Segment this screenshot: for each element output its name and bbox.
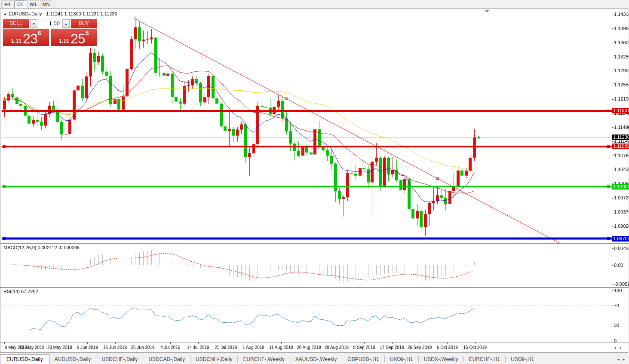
one-click-trading-panel: SELL ▾ 1.00 ▴ BUY 1.11 23 6 1.11 25 5 [3, 19, 97, 46]
date-axis-label: 14 Jul 2019 [183, 345, 214, 350]
timeframe-button-w1[interactable]: W1 [27, 0, 39, 8]
tabbar-scroll-right-icon[interactable]: ▸ [623, 357, 625, 361]
symbol-tabs: EURUSD-,DailyAUDUSD-,DailyUSDCHF-,DailyU… [0, 354, 539, 364]
timeframe-buttons: H4D1W1MN [1, 0, 52, 8]
price-line-badge: 1.11009 [612, 144, 629, 149]
y-axis-label: 1.14310 [614, 12, 629, 17]
y-axis-label: 1.12900 [614, 68, 629, 73]
timeframe-toolbar: H4D1W1MN [0, 0, 629, 9]
date-axis-label: 11 Aug 2019 [266, 345, 297, 350]
buy-price-box[interactable]: 1.11 25 5 [51, 29, 97, 46]
rsi-label: RSI(14) 67.2262 [3, 289, 38, 294]
timeframe-button-d1[interactable]: D1 [14, 0, 26, 8]
symbol-tab-eurusd-daily[interactable]: EURUSD-,Daily [0, 354, 49, 364]
y-axis-label: 1.12190 [614, 96, 629, 101]
current-price-badge: 1.11236 [612, 135, 629, 140]
date-axis-label: 6 Jun 2019 [72, 345, 103, 350]
date-axis-label: 17 Sep 2019 [377, 345, 408, 350]
sell-button-label: SELL [9, 20, 23, 27]
tabbar-nav: ◂ ▸ [617, 354, 629, 364]
date-axis-label: 23 Jul 2019 [210, 345, 241, 350]
toolbar-separator [55, 1, 55, 7]
date-axis-label: 28 May 2019 [44, 345, 75, 350]
y-axis-label: 1.10430 [614, 167, 629, 172]
timeframe-button-h4[interactable]: H4 [1, 0, 13, 8]
date-axis-label: 16 Jun 2019 [100, 345, 131, 350]
symbol-tab-eurchf-weekly[interactable]: EURCHF-,Weekly [238, 354, 289, 364]
symbol-tab-usoil-h1[interactable]: USOil-,H1 [506, 354, 539, 364]
volume-spinner: ▾ 1.00 ▴ [30, 19, 70, 28]
sell-price-box[interactable]: 1.11 23 6 [3, 29, 49, 46]
chart-canvas[interactable] [0, 0, 629, 364]
chart-ohlc-values: 1.11241 1.11300 1.11231 1.11236 [46, 11, 117, 16]
date-axis-label: 19 May 2019 [16, 345, 47, 350]
buy-price-big: 25 [71, 34, 85, 44]
buy-price-sup: 5 [86, 30, 89, 37]
price-line-badge: 1.11901 [612, 108, 629, 113]
chart-scroll-nav: ◂ ▸ [614, 346, 622, 350]
date-axis-label: 4 Jul 2019 [155, 345, 186, 350]
y-axis-label: 1.10780 [614, 153, 629, 158]
macd-axis-label: 0.004536 [614, 246, 629, 251]
timeframe-button-mn[interactable]: MN [40, 0, 52, 8]
rsi-axis-label: 30 [614, 323, 619, 328]
chart-info-line: ▲EURUSD-,Daily1.11241 1.11300 1.11231 1.… [3, 11, 117, 16]
rsi-axis-label: 70 [614, 303, 619, 308]
volume-decrease-button[interactable]: ▾ [30, 19, 37, 28]
buy-button[interactable]: BUY [71, 19, 97, 28]
symbol-tab-xauusd-weekly[interactable]: XAUUSD-,Weekly [290, 354, 342, 364]
y-axis-label: 1.09370 [614, 209, 629, 214]
date-axis-label: 29 Aug 2019 [321, 345, 352, 350]
date-axis-label: 25 Jun 2019 [127, 345, 158, 350]
symbol-tab-usdchf-daily[interactable]: USDCHF-,Daily [96, 354, 143, 364]
sell-price-sup: 6 [38, 30, 41, 37]
date-axis-label: 8 Sep 2019 [349, 345, 380, 350]
date-axis-label: 1 Aug 2019 [238, 345, 269, 350]
symbol-tab-usdx-weekly[interactable]: USDX-,Weekly [419, 354, 463, 364]
date-axis-label: 20 Aug 2019 [293, 345, 324, 350]
date-axis-label: 15 Oct 2019 [460, 345, 491, 350]
macd-axis-label: -0.005205 [614, 281, 629, 287]
rsi-axis-label: 0 [614, 338, 617, 343]
y-axis-label: 1.12550 [614, 82, 629, 87]
sell-price-prefix: 1.11 [11, 38, 22, 44]
y-axis-label: 1.13960 [614, 26, 629, 31]
y-axis-label: 1.13600 [614, 40, 629, 45]
symbol-tab-usdcnh-daily[interactable]: USDCNH-,Daily [190, 354, 237, 364]
symbol-tab-gbpusd-h1[interactable]: GBPUSD-,H1 [342, 354, 384, 364]
chart-scroll-right-icon[interactable]: ▸ [620, 346, 622, 350]
sell-price-big: 23 [23, 34, 37, 44]
y-axis-label: 1.11490 [614, 125, 629, 130]
symbol-tab-eurchf-h1[interactable]: EURCHF-,H1 [464, 354, 506, 364]
volume-input[interactable]: 1.00 [37, 19, 62, 28]
chart-scroll-left-icon[interactable]: ◂ [614, 346, 616, 350]
buy-button-label: BUY [78, 20, 90, 27]
buy-price-prefix: 1.11 [59, 38, 70, 44]
rsi-axis-label: 100 [614, 288, 622, 293]
price-line-badge: 1.08704 [612, 236, 629, 242]
volume-increase-button[interactable]: ▴ [62, 19, 70, 28]
symbol-tab-bar: EURUSD-,DailyAUDUSD-,DailyUSDCHF-,DailyU… [0, 354, 629, 364]
tabbar-scroll-left-icon[interactable]: ◂ [617, 357, 620, 361]
y-axis-label: 1.09720 [614, 195, 629, 200]
sell-button[interactable]: SELL [3, 19, 29, 28]
y-axis-label: 1.13250 [614, 54, 629, 59]
symbol-tab-audusd-daily[interactable]: AUDUSD-,Daily [49, 354, 96, 364]
collapse-triangle-icon: ▲ [3, 12, 7, 16]
symbol-tab-ukoil-h1[interactable]: UKOil-,H1 [385, 354, 418, 364]
symbol-tab-usdcad-daily[interactable]: USDCAD-,Daily [143, 354, 190, 364]
macd-label: MACD(12,26,9) 0.002112 -0.000066 [3, 245, 80, 250]
date-axis-label: 6 Oct 2019 [432, 345, 463, 350]
macd-axis-label: 0.00 [614, 263, 623, 268]
date-axis-label: 26 Sep 2019 [404, 345, 435, 350]
y-axis-label: 1.09020 [614, 223, 629, 229]
price-line-badge: 1.10006 [612, 184, 629, 190]
chart-symbol-period: EURUSD-,Daily [9, 11, 42, 16]
